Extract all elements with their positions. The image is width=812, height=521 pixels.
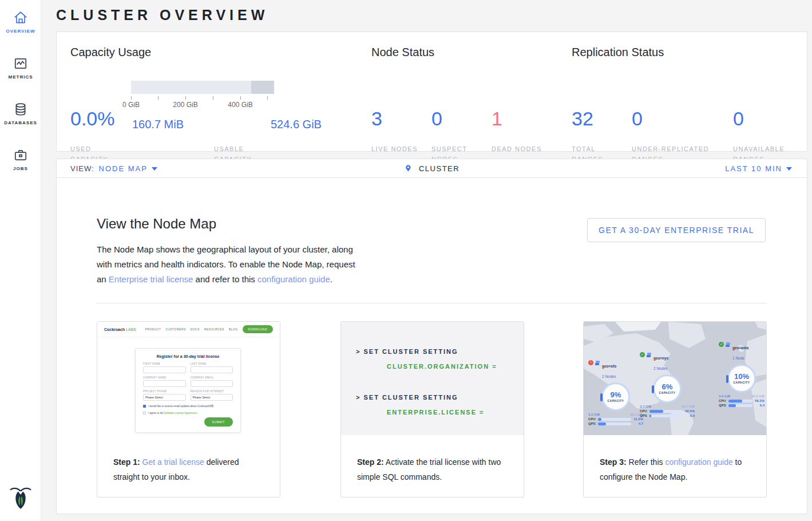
- replication-status-title: Replication Status: [572, 46, 664, 59]
- qps-meter: [649, 415, 683, 417]
- mini-checkbox-license: I agree to the Software License Agreemen…: [143, 412, 233, 415]
- database-icon: [0, 102, 41, 117]
- step-3-card: ! geo=sfo 2 Nodes 9% CAPACITY 3.2 GiB 35…: [583, 321, 767, 498]
- node-locality-sfo: ! geo=sfo 2 Nodes 9% CAPACITY 3.2 GiB 35…: [588, 360, 643, 425]
- configuration-guide-link[interactable]: configuration guide: [665, 457, 732, 467]
- capacity-bar: [131, 81, 274, 94]
- axis-tick: [185, 96, 186, 100]
- cpu-meter: [728, 400, 752, 402]
- mini-input: [143, 366, 186, 373]
- view-selector[interactable]: NODE MAP: [99, 164, 157, 173]
- mini-checkbox-updates: I would like to receive email updates ab…: [143, 405, 233, 408]
- sidebar-item-label: OVERVIEW: [0, 29, 41, 34]
- total-ranges-value: 32: [572, 108, 593, 130]
- mini-submit-button: SUBMIT: [204, 417, 233, 427]
- page-title: CLUSTER OVERVIEW: [56, 7, 268, 23]
- section-description: The Node Map shows the geographical layo…: [97, 242, 359, 287]
- used-capacity-value: 160.7 MiB: [132, 118, 184, 131]
- breadcrumb-cluster: CLUSTER: [404, 164, 460, 173]
- capacity-donut: 9% CAPACITY: [601, 382, 630, 411]
- axis-tick: [131, 96, 132, 100]
- unavailable-ranges-value: 0: [733, 108, 744, 130]
- live-nodes-value: 3: [371, 108, 382, 130]
- node-cube-icon: [647, 353, 652, 358]
- briefcase-icon: [0, 148, 41, 163]
- node-locality-nyc: ✓ geo=nyc 2 Nodes 6% CAPACITY 3.7 GiB 43…: [640, 352, 695, 417]
- node-map-section: View the Node Map The Node Map shows the…: [56, 178, 807, 514]
- sql-setting: CLUSTER.ORGANIZATION =: [387, 362, 524, 371]
- capacity-usage-title: Capacity Usage: [70, 46, 151, 59]
- healthy-badge-icon: ✓: [640, 352, 645, 357]
- view-label: VIEW:: [70, 164, 94, 173]
- mini-input: [143, 380, 186, 387]
- registration-screenshot: Cockroach LABS PRODUCT CUSTOMERS DOCS RE…: [97, 322, 280, 443]
- mini-site-navbar: Cockroach LABS PRODUCT CUSTOMERS DOCS RE…: [97, 322, 280, 337]
- mini-select: Please Select: [191, 394, 233, 401]
- warning-badge-icon: !: [588, 360, 593, 365]
- configuration-guide-link[interactable]: configuration guide: [258, 274, 330, 284]
- step-3-caption: Step 3: Refer this configuration guide t…: [600, 455, 752, 484]
- cpu-meter: [649, 410, 683, 413]
- axis-tick: [267, 96, 268, 100]
- axis-tick: [213, 96, 213, 100]
- cluster-summary-panel: Capacity Usage 0.0% 0 GiB 200 GiB 400 Gi…: [56, 31, 807, 152]
- axis-tick: [240, 96, 241, 100]
- step-2-caption: Step 2: Activate the trial license with …: [357, 455, 510, 484]
- time-range-selector[interactable]: LAST 10 MIN: [725, 164, 792, 173]
- sql-code-block: > SET CLUSTER SETTING CLUSTER.ORGANIZATI…: [341, 322, 524, 435]
- mini-select: Please Select: [143, 394, 186, 401]
- capacity-bar-segment: [251, 81, 274, 94]
- sql-prompt: > SET CLUSTER SETTING: [356, 393, 524, 402]
- location-pin-icon: [404, 164, 412, 173]
- healthy-badge-icon: ✓: [719, 342, 724, 347]
- node-status-title: Node Status: [371, 46, 434, 59]
- dead-nodes-value: 1: [492, 108, 502, 130]
- sidebar-item-databases[interactable]: DATABASES: [0, 102, 41, 125]
- home-icon: [0, 10, 41, 25]
- dead-nodes-label: DEAD NODES: [492, 144, 543, 154]
- sql-setting: ENTERPRISE.LICENSE =: [387, 408, 524, 417]
- axis-tick-label: 400 GiB: [228, 101, 252, 109]
- capacity-used-percent: 0.0%: [70, 108, 115, 130]
- live-nodes-label: LIVE NODES: [371, 144, 423, 154]
- step-1-caption: Step 1: Get a trial license delivered st…: [113, 455, 266, 484]
- qps-meter: [728, 404, 752, 407]
- mini-input: [191, 380, 233, 387]
- axis-tick-label: 200 GiB: [173, 101, 197, 109]
- capacity-donut: 6% CAPACITY: [653, 374, 682, 403]
- cockroach-labs-logo: [0, 483, 41, 513]
- under-replicated-ranges-value: 0: [632, 108, 643, 130]
- section-heading: View the Node Map: [97, 216, 216, 232]
- node-locality-ams: ✓ geo=ams 1 Node 10% CAPACITY 3.6 GiB 36…: [719, 341, 765, 407]
- mini-input: [191, 366, 233, 373]
- usable-capacity-value: 524.6 GiB: [271, 118, 322, 131]
- enterprise-trial-button[interactable]: GET A 30-DAY ENTERPRISE TRIAL: [587, 218, 766, 242]
- sql-prompt: > SET CLUSTER SETTING: [356, 347, 524, 356]
- chevron-down-icon: [786, 167, 792, 171]
- checkbox-checked-icon: [143, 405, 146, 408]
- mini-download-button: DOWNLOAD: [243, 325, 273, 333]
- sidebar-item-label: JOBS: [0, 166, 41, 171]
- qps-meter: [598, 423, 631, 425]
- node-cube-icon: [595, 361, 600, 366]
- step-1-card: Cockroach LABS PRODUCT CUSTOMERS DOCS RE…: [97, 321, 280, 498]
- trial-registration-form: Register for a 30-day trial license FIRS…: [135, 348, 241, 433]
- mini-site-nav-links: PRODUCT CUSTOMERS DOCS RESOURCES BLOG: [145, 327, 238, 331]
- sidebar: OVERVIEW METRICS DATABASES: [0, 0, 41, 521]
- node-map-preview-image: ! geo=sfo 2 Nodes 9% CAPACITY 3.2 GiB 35…: [584, 322, 766, 435]
- axis-tick-label: 0 GiB: [122, 101, 140, 109]
- enterprise-trial-license-link[interactable]: Enterprise trial license: [109, 274, 193, 284]
- divider: [97, 303, 767, 303]
- cockroach-labs-wordmark: Cockroach LABS: [104, 327, 136, 331]
- get-trial-license-link[interactable]: Get a trial license: [142, 457, 204, 467]
- sidebar-item-jobs[interactable]: JOBS: [0, 148, 41, 171]
- suspect-nodes-value: 0: [431, 108, 442, 130]
- chevron-down-icon: [152, 167, 157, 171]
- view-toolbar: VIEW:NODE MAP CLUSTER LAST 10 MIN: [56, 159, 807, 178]
- sidebar-item-metrics[interactable]: METRICS: [0, 56, 41, 80]
- checkbox-empty-icon: [143, 412, 146, 415]
- capacity-donut: 10% CAPACITY: [727, 364, 756, 393]
- node-cube-icon: [726, 342, 731, 348]
- cluster-label: CLUSTER: [419, 164, 460, 173]
- sidebar-item-overview[interactable]: OVERVIEW: [0, 10, 41, 34]
